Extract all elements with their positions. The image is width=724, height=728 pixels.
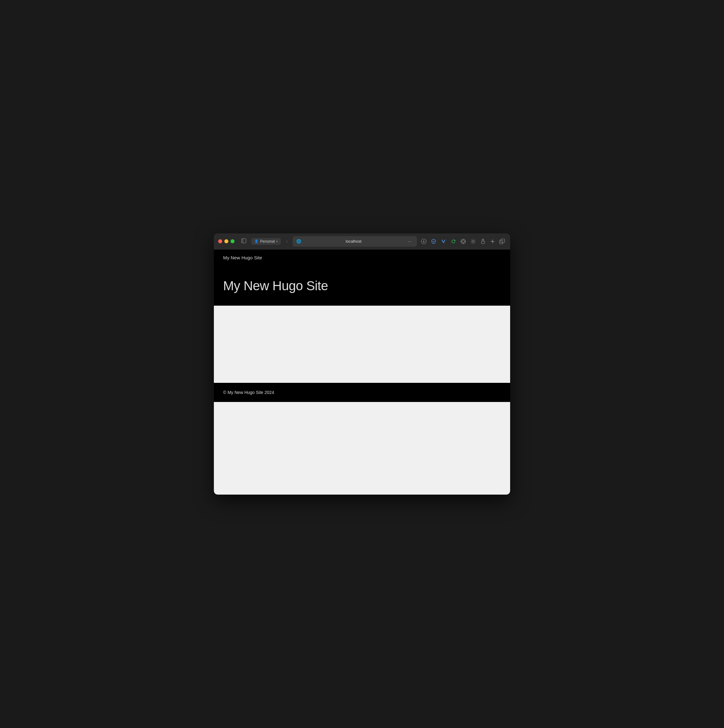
- svg-point-10: [472, 240, 474, 242]
- share-icon[interactable]: [479, 238, 487, 245]
- hero-section: My New Hugo Site: [214, 266, 510, 306]
- svg-line-16: [475, 243, 475, 243]
- svg-rect-0: [241, 239, 246, 243]
- svg-point-5: [462, 240, 464, 243]
- refresh-icon[interactable]: [450, 238, 457, 245]
- tab-overview-button[interactable]: [498, 238, 506, 245]
- profile-button[interactable]: 👤 Personal ▾: [251, 238, 281, 245]
- svg-line-17: [475, 240, 475, 240]
- footer-copyright: © My New Hugo Site 2024: [223, 390, 274, 395]
- back-button[interactable]: ‹: [284, 237, 289, 246]
- shield-icon[interactable]: [430, 238, 437, 245]
- traffic-lights: [218, 239, 235, 243]
- minimize-button[interactable]: [225, 239, 228, 243]
- hero-title: My New Hugo Site: [223, 278, 501, 293]
- svg-line-15: [471, 240, 472, 240]
- site-header: My New Hugo Site: [214, 249, 510, 266]
- profile-label: Personal: [260, 239, 275, 243]
- person-icon: 👤: [254, 239, 259, 243]
- main-content-area: [214, 306, 510, 383]
- svg-line-18: [471, 243, 472, 243]
- maximize-button[interactable]: [231, 239, 235, 243]
- secondary-content-area: [214, 402, 510, 495]
- globe-icon: 🌐: [296, 239, 301, 243]
- extensions-icon[interactable]: [460, 238, 467, 245]
- address-bar[interactable]: 🌐 localhost ···: [293, 236, 417, 247]
- download-icon[interactable]: [420, 238, 428, 245]
- chevron-down-icon: ▾: [276, 240, 278, 243]
- browser-window: 👤 Personal ▾ ‹ 🌐 localhost ···: [214, 233, 510, 495]
- vpn-v-icon[interactable]: [440, 238, 447, 245]
- brightness-icon[interactable]: [469, 238, 477, 245]
- svg-rect-23: [499, 240, 503, 244]
- site-header-title: My New Hugo Site: [223, 255, 262, 260]
- new-tab-button[interactable]: [489, 238, 496, 245]
- sidebar-toggle-button[interactable]: [240, 237, 248, 246]
- page-content: My New Hugo Site My New Hugo Site © My N…: [214, 249, 510, 495]
- toolbar-icons: [420, 238, 506, 245]
- title-bar: 👤 Personal ▾ ‹ 🌐 localhost ···: [214, 233, 510, 249]
- close-button[interactable]: [218, 239, 222, 243]
- more-options-button[interactable]: ···: [406, 238, 413, 245]
- site-footer: © My New Hugo Site 2024: [214, 383, 510, 402]
- address-text: localhost: [304, 239, 403, 243]
